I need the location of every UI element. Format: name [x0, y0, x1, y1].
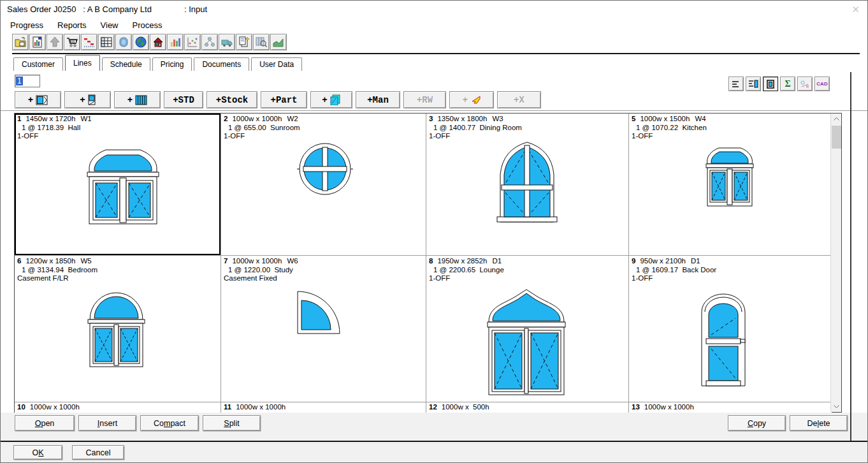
window-design-icon[interactable]	[115, 34, 132, 50]
home-icon[interactable]	[150, 34, 166, 50]
line-grid: 11450w x 1720hW1 1 @ 1718.39 Hall 1-OFF …	[14, 113, 842, 413]
schedule-gantt-icon[interactable]	[81, 34, 98, 50]
sales-order-window: { "window": { "title": "Sales Order J025…	[0, 0, 868, 463]
menu-bar: Progress Reports View Process	[1, 17, 867, 33]
line-cell-8[interactable]: 81950w x 2852hD1 1 @ 2200.65 Lounge 1-OF…	[426, 256, 629, 402]
tab-documents[interactable]: Documents	[194, 57, 249, 71]
copy-document-icon[interactable]	[236, 34, 252, 50]
table-view-icon[interactable]	[98, 34, 115, 50]
window-drawing-circle	[296, 140, 354, 198]
cost-view-button[interactable]	[797, 77, 813, 91]
frame-window-icon	[36, 95, 48, 105]
add-man-button[interactable]: +Man	[356, 91, 400, 108]
line-number-input[interactable]: 1	[15, 75, 40, 87]
add-bay-button[interactable]: +	[114, 91, 161, 108]
add-part-button[interactable]: +Part	[261, 91, 307, 108]
scroll-up-icon[interactable]	[831, 114, 842, 124]
tab-customer[interactable]: Customer	[13, 57, 63, 71]
line-cell-1[interactable]: 11450w x 1720hW1 1 @ 1718.39 Hall 1-OFF	[15, 114, 221, 256]
close-icon[interactable]: ✕	[851, 4, 860, 15]
text-graphic-view-button[interactable]	[746, 77, 761, 91]
open-button[interactable]: Open	[15, 415, 75, 431]
optimise-search-icon[interactable]	[253, 34, 270, 50]
split-button[interactable]: Split	[203, 415, 261, 431]
tab-lines[interactable]: Lines	[65, 55, 100, 71]
window-drawing-round-arch-casement	[86, 288, 147, 371]
vent-window-icon	[88, 94, 96, 105]
graphic-view-button[interactable]	[763, 77, 778, 91]
window-status: : Input	[184, 4, 207, 14]
compact-button[interactable]: Compact	[140, 415, 199, 431]
globe-icon[interactable]	[133, 34, 149, 50]
text-view-button[interactable]	[728, 77, 744, 91]
menu-progress[interactable]: Progress	[3, 18, 50, 32]
add-std-button[interactable]: +STD	[164, 91, 203, 108]
graph-colour-icon[interactable]	[167, 34, 184, 50]
add-vent-button[interactable]: +	[64, 91, 111, 108]
menu-reports[interactable]: Reports	[50, 18, 94, 32]
add-buttons-row: + + + +STD +Stock +Part + +Man +RW + +X	[15, 91, 544, 108]
dialog-divider	[1, 441, 868, 442]
publish-arrow-icon[interactable]	[47, 34, 63, 50]
line-cell-3[interactable]: 31350w x 1800hW3 1 @ 1400.77 Dining Room…	[426, 114, 629, 256]
view-buttons: Σ CAD	[728, 77, 830, 92]
process-network-icon[interactable]	[201, 34, 218, 50]
graph-stats-icon[interactable]	[184, 34, 201, 50]
scrollbar-thumb[interactable]	[832, 126, 841, 149]
tab-strip: Customer Lines Schedule Pricing Document…	[13, 55, 304, 71]
menu-view[interactable]: View	[94, 18, 126, 32]
order-cart-icon[interactable]	[64, 34, 80, 50]
line-cell-5[interactable]: 51000w x 1500hW4 1 @ 1070.22 Kitchen 1-O…	[629, 114, 832, 256]
window-drawing-quarter-circle	[293, 286, 344, 337]
line-cell-2[interactable]: 21000w x 1000hW2 1 @ 655.00 Sunroom 1-OF…	[221, 114, 426, 256]
window-drawing-french-doors	[485, 285, 568, 400]
cancel-button[interactable]: Cancel	[72, 445, 124, 460]
open-order-icon[interactable]	[12, 34, 29, 50]
add-glass-button[interactable]: +	[310, 91, 352, 108]
line-cell-11[interactable]: 111000w x 1000h	[221, 402, 426, 413]
totals-sigma-button[interactable]: Σ	[780, 77, 795, 91]
panel-right-edge	[850, 72, 851, 441]
scroll-down-icon[interactable]	[831, 401, 842, 412]
copy-button[interactable]: Copy	[728, 415, 786, 431]
add-x-button[interactable]: +X	[497, 91, 541, 108]
stock-graph-icon[interactable]	[270, 34, 287, 50]
add-rw-button[interactable]: +RW	[403, 91, 446, 108]
window-drawing-arch-casement-large	[85, 144, 161, 227]
report-chart-icon[interactable]	[29, 34, 46, 50]
window-drawing-arch-casement-small	[704, 143, 755, 210]
glass-icon	[330, 94, 341, 105]
window-title: Sales Order J0250 : A B Company Ltd	[7, 4, 152, 14]
delivery-van-icon[interactable]	[219, 34, 235, 50]
grid-scrollbar[interactable]	[830, 114, 841, 412]
tab-user-data[interactable]: User Data	[251, 57, 302, 71]
line-cell-12[interactable]: 121000w x 500h	[426, 402, 629, 413]
line-cell-13[interactable]: 131000w x 1000h	[629, 402, 832, 413]
ok-button[interactable]: OK	[13, 445, 62, 460]
bay-window-icon	[135, 95, 147, 105]
line-cell-6[interactable]: 61200w x 1850hW5 1 @ 3134.94 Bedroom Cas…	[15, 256, 221, 402]
add-stock-button[interactable]: +Stock	[206, 91, 257, 108]
cad-view-button[interactable]: CAD	[814, 77, 830, 91]
title-bar: Sales Order J0250 : A B Company Ltd : In…	[1, 1, 867, 17]
delete-button[interactable]: Delete	[790, 415, 848, 431]
add-arrow-button[interactable]: +	[449, 91, 494, 108]
insert-button[interactable]: Insert	[78, 415, 136, 431]
add-frame-button[interactable]: +	[15, 91, 61, 108]
menu-process[interactable]: Process	[126, 18, 170, 32]
tab-schedule[interactable]: Schedule	[102, 57, 150, 71]
line-number-value: 1	[16, 77, 23, 85]
window-drawing-gothic	[495, 139, 559, 225]
toolbar-divider	[12, 53, 860, 54]
line-cell-9[interactable]: 9950w x 2100hD1 1 @ 1609.17 Back Door 1-…	[629, 256, 832, 402]
line-cell-10[interactable]: 101000w x 1000h	[15, 402, 221, 413]
window-drawing-arch-door	[698, 288, 749, 390]
tab-pricing[interactable]: Pricing	[152, 57, 192, 71]
line-cell-7[interactable]: 71000w x 1000hW6 1 @ 1220.00 Study Casem…	[221, 256, 426, 402]
toolbar	[12, 34, 287, 52]
arrow-icon	[470, 96, 481, 104]
